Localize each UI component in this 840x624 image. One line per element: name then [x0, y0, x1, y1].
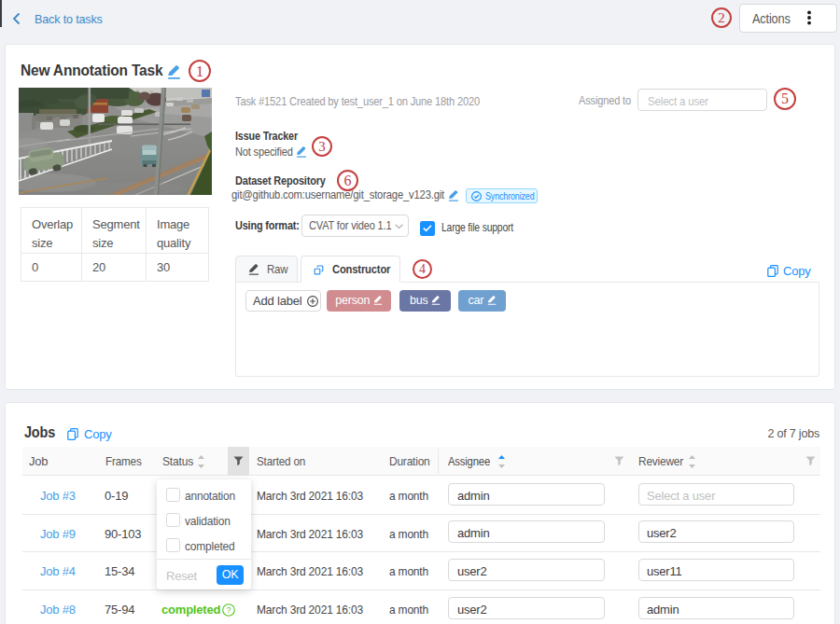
svg-text:?: ?: [227, 605, 231, 615]
